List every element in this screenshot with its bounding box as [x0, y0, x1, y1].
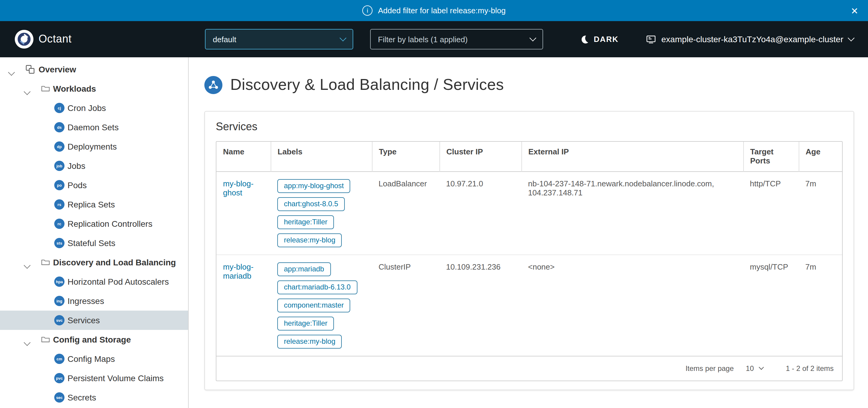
label-pill[interactable]: heritage:Tiller: [277, 317, 334, 330]
ingresses-icon: ing: [54, 296, 64, 306]
deployments-icon: dp: [54, 141, 64, 152]
sidebar-item-label: Stateful Sets: [67, 238, 116, 248]
sidebar-item-secrets[interactable]: secSecrets: [0, 388, 188, 407]
chevron-down-icon[interactable]: [9, 67, 14, 77]
sidebar-item-pods[interactable]: poPods: [0, 175, 188, 195]
table-row: my-blog-mariadbapp:mariadbchart:mariadb-…: [216, 255, 842, 356]
cell-age: 7m: [799, 255, 842, 356]
cluster-icon: [646, 34, 656, 44]
table-header-row: NameLabelsTypeCluster IPExternal IPTarge…: [216, 142, 842, 172]
chevron-down-icon[interactable]: [25, 337, 30, 347]
sidebar-item-ingresses[interactable]: ingIngresses: [0, 291, 188, 311]
sidebar-item-label: Services: [67, 315, 100, 325]
cell-name: my-blog-ghost: [216, 172, 271, 255]
pagination: Items per page 10 1 - 2 of 2 items: [216, 356, 842, 381]
folder-icon: [41, 84, 50, 93]
octant-logo-icon: [14, 30, 34, 49]
column-header-type[interactable]: Type: [372, 142, 439, 172]
cell-type: ClusterIP: [372, 255, 439, 356]
services-icon: svc: [54, 315, 64, 325]
sidebar-item-label: Config Maps: [67, 354, 115, 364]
chevron-down-icon: [758, 365, 764, 370]
services-page-icon: [204, 76, 222, 94]
column-header-external-ip[interactable]: External IP: [521, 142, 743, 172]
theme-toggle[interactable]: DARK: [580, 35, 618, 44]
cell-target-ports: mysql/TCP: [743, 255, 799, 356]
cell-external-ip: <none>: [521, 255, 743, 356]
app: i Added filter for label release:my-blog…: [0, 0, 868, 408]
service-link[interactable]: my-blog-ghost: [223, 179, 253, 197]
sidebar-item-label: Pods: [67, 180, 87, 190]
sidebar-item-label: Horizontal Pod Autoscalers: [67, 277, 169, 287]
cell-target-ports: http/TCP: [743, 172, 799, 255]
sidebar-item-deployments[interactable]: dpDeployments: [0, 137, 188, 156]
sidebar-item-label: Discovery and Load Balancing: [53, 258, 176, 267]
moon-icon: [580, 35, 589, 44]
horizontal-pod-autoscalers-icon: hpa: [54, 276, 64, 287]
sidebar-item-replication-controllers[interactable]: rcReplication Controllers: [0, 214, 188, 233]
chevron-down-icon: [340, 35, 347, 41]
sidebar-item-config-maps[interactable]: cmConfig Maps: [0, 349, 188, 369]
label-pill[interactable]: app:my-blog-ghost: [277, 179, 350, 193]
namespace-select[interactable]: default: [205, 29, 353, 50]
label-pill[interactable]: component:master: [277, 298, 350, 313]
chevron-down-icon[interactable]: [25, 260, 30, 270]
sidebar-item-label: Workloads: [53, 84, 96, 93]
main-content: Discovery & Load Balancing / Services Se…: [189, 57, 868, 408]
label-pill[interactable]: app:mariadb: [277, 262, 331, 276]
label-pill[interactable]: release:my-blog: [277, 233, 342, 247]
sidebar-item-persistent-volume-claims[interactable]: pvcPersistent Volume Claims: [0, 369, 188, 388]
sidebar-item-jobs[interactable]: jobJobs: [0, 156, 188, 175]
column-header-name[interactable]: Name: [216, 142, 271, 172]
chevron-down-icon: [848, 35, 855, 41]
service-link[interactable]: my-blog-mariadb: [223, 262, 253, 281]
label-filter-select[interactable]: Filter by labels (1 applied): [370, 29, 543, 50]
label-pill[interactable]: release:my-blog: [277, 335, 342, 349]
sidebar-item-cron-jobs[interactable]: cjCron Jobs: [0, 98, 188, 118]
page-title: Discovery & Load Balancing / Services: [230, 76, 504, 94]
sidebar-item-stateful-sets[interactable]: stsStateful Sets: [0, 233, 188, 253]
sidebar-item-label: Jobs: [67, 161, 85, 171]
cell-type: LoadBalancer: [372, 172, 439, 255]
cell-cluster-ip: 10.97.21.0: [439, 172, 521, 255]
sidebar-item-horizontal-pod-autoscalers[interactable]: hpaHorizontal Pod Autoscalers: [0, 272, 188, 291]
context-selector[interactable]: example-cluster-ka3TuTzYo4a@example-clus…: [646, 34, 854, 44]
card-title: Services: [205, 112, 854, 141]
column-header-age[interactable]: Age: [799, 142, 842, 172]
sidebar-item-label: Deployments: [67, 142, 117, 151]
pagination-range: 1 - 2 of 2 items: [786, 364, 834, 373]
sidebar-item-overview[interactable]: Overview: [0, 60, 188, 79]
sidebar-item-label: Daemon Sets: [67, 122, 119, 132]
sidebar-item-services[interactable]: svcServices: [0, 311, 188, 330]
cell-external-ip: nb-104-237-148-71.newark.nodebalancer.li…: [521, 172, 743, 255]
sidebar-group-config-and-storage[interactable]: Config and Storage: [0, 330, 188, 349]
config-maps-icon: cm: [54, 354, 64, 364]
label-pill[interactable]: heritage:Tiller: [277, 215, 334, 229]
label-pill[interactable]: chart:ghost-8.0.5: [277, 197, 345, 211]
cell-labels: app:my-blog-ghostchart:ghost-8.0.5herita…: [271, 172, 372, 255]
sidebar-group-discovery-and-load-balancing[interactable]: Discovery and Load Balancing: [0, 253, 188, 272]
folder-icon: [41, 335, 50, 344]
chevron-down-icon[interactable]: [25, 86, 30, 96]
cell-labels: app:mariadbchart:mariadb-6.13.0component…: [271, 255, 372, 356]
column-header-labels[interactable]: Labels: [271, 142, 372, 172]
sidebar-item-replica-sets[interactable]: rsReplica Sets: [0, 195, 188, 214]
secrets-icon: sec: [54, 392, 64, 403]
cell-cluster-ip: 10.109.231.236: [439, 255, 521, 356]
label-pill[interactable]: chart:mariadb-6.13.0: [277, 281, 357, 294]
sidebar-item-daemon-sets[interactable]: dsDaemon Sets: [0, 118, 188, 137]
sidebar-group-workloads[interactable]: Workloads: [0, 79, 188, 98]
replica-sets-icon: rs: [54, 199, 64, 210]
alert-message: Added filter for label release:my-blog: [378, 6, 505, 15]
context-label: example-cluster-ka3TuTzYo4a@example-clus…: [661, 34, 843, 44]
chevron-down-icon: [530, 35, 536, 41]
close-icon[interactable]: ✕: [851, 6, 858, 15]
sidebar-item-label: Persistent Volume Claims: [67, 373, 164, 383]
alert-bar: i Added filter for label release:my-blog…: [0, 0, 868, 21]
services-table: NameLabelsTypeCluster IPExternal IPTarge…: [216, 142, 842, 356]
pods-icon: po: [54, 180, 64, 190]
stateful-sets-icon: sts: [54, 238, 64, 248]
column-header-cluster-ip[interactable]: Cluster IP: [439, 142, 521, 172]
items-per-page-select[interactable]: 10: [746, 364, 763, 373]
column-header-target-ports[interactable]: Target Ports: [743, 142, 799, 172]
